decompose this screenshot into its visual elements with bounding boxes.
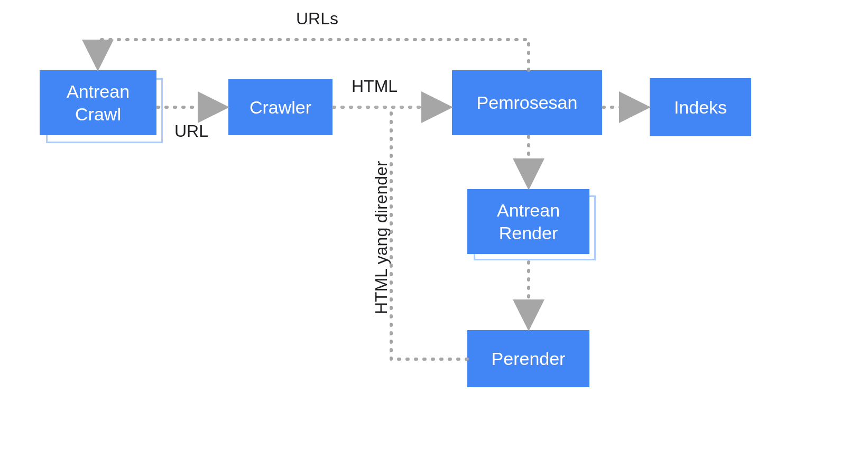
crawl-queue-node: AntreanCrawl	[40, 70, 156, 135]
index-node: Indeks	[650, 78, 751, 136]
edge-processing-to-crawlqueue	[98, 40, 529, 70]
renderer-label: Perender	[492, 348, 566, 370]
edge-label-url: URL	[174, 121, 208, 141]
render-queue-label: AntreanRender	[497, 199, 560, 244]
processing-node: Pemrosesan	[452, 70, 602, 135]
edge-label-rendered-html: HTML yang dirender	[372, 161, 391, 315]
diagram-canvas: AntreanCrawl Crawler Pemrosesan Indeks A…	[0, 0, 868, 469]
edge-renderer-to-processing	[391, 107, 467, 359]
render-queue-node: AntreanRender	[467, 189, 589, 254]
index-label: Indeks	[674, 96, 727, 119]
renderer-node: Perender	[467, 330, 589, 387]
edge-label-urls-top: URLs	[296, 9, 338, 29]
crawler-label: Crawler	[250, 96, 311, 119]
edge-label-html: HTML	[352, 77, 398, 96]
crawl-queue-label: AntreanCrawl	[67, 80, 130, 125]
processing-label: Pemrosesan	[477, 91, 578, 114]
crawler-node: Crawler	[228, 79, 333, 135]
